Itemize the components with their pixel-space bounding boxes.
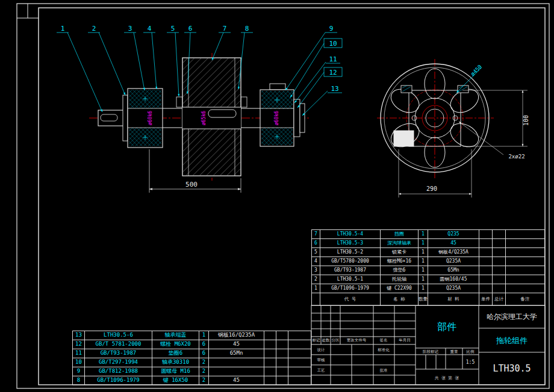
- part-qty: 1: [419, 257, 428, 266]
- part-code: GB/T1096-1979: [320, 284, 381, 293]
- parts-row: 2 LTH30.5-1 托轮轴 1 圆钢160/45: [312, 275, 544, 284]
- part-unit-weight: [479, 284, 493, 293]
- parts-list-header: 代 号 名 称 数量 材 料 单件 总计 备注: [312, 293, 544, 306]
- callout-6: 6: [188, 25, 193, 33]
- scale-value: 1:5: [466, 359, 475, 365]
- part-qty: 6: [199, 340, 209, 349]
- label-design: 设计: [317, 347, 326, 352]
- cad-drawing-canvas: ø60k6 ø65k6 ø60k6 500 1 2 3: [0, 0, 554, 392]
- part-code: LTH30.5-3: [320, 239, 381, 247]
- callout-8: 8: [245, 25, 249, 33]
- spacer-right: [241, 97, 247, 107]
- part-seq: 4: [312, 257, 320, 266]
- part-total-weight: [493, 257, 506, 266]
- drawing-number: LTH30.5: [493, 363, 531, 374]
- part-total-weight: [276, 340, 288, 349]
- part-note: [506, 230, 544, 238]
- wheel-section: [182, 58, 241, 176]
- part-name: 深沟球轴承: [381, 239, 419, 247]
- part-seq: 11: [73, 349, 85, 358]
- part-total-weight: [276, 367, 288, 376]
- parts-list-lower: 13 LTH30.5-6 轴承端盖 1 钢板16/Q235A 12 GB/T 5…: [72, 331, 311, 385]
- part-note: [506, 284, 544, 293]
- part-material: 65Mn: [428, 266, 479, 275]
- part-code: GB/T297-1994: [85, 358, 152, 367]
- part-code: GB/T812-1988: [85, 367, 152, 376]
- callout-3: 3: [128, 25, 132, 33]
- part-unit-weight: [479, 257, 493, 266]
- part-name: 锁紧卡: [381, 248, 419, 257]
- part-note: [288, 367, 311, 376]
- header-unit-weight: 单件: [479, 293, 493, 305]
- part-code: LTH30.5-1: [320, 275, 381, 284]
- part-qty: 1: [419, 284, 428, 293]
- part-unit-weight: [264, 340, 276, 349]
- part-code: LTH30.5-2: [320, 248, 381, 257]
- callout-12: 12: [329, 69, 337, 76]
- part-qty: 2: [199, 367, 209, 376]
- part-name: 轴承30310: [152, 358, 199, 367]
- part-qty: 1: [419, 266, 428, 275]
- header-material: 材 料: [428, 293, 479, 305]
- label-process: 工艺: [317, 368, 326, 373]
- part-seq: 6: [312, 239, 320, 247]
- header-qty: 数量: [419, 293, 428, 305]
- parts-row: 12 GB/T 5781-2000 螺栓 M6X20 6 45: [73, 340, 311, 349]
- part-code: LTH30.5-4: [320, 230, 381, 238]
- part-material: 45: [428, 239, 479, 247]
- part-material: Q235: [428, 230, 479, 238]
- end-washer: [294, 99, 300, 137]
- part-seq: 13: [73, 331, 85, 340]
- dim-outer-dia-label: ø450: [470, 64, 483, 77]
- part-note: [288, 349, 311, 358]
- part-code: LTH30.5-6: [85, 331, 152, 340]
- parts-row: 11 GB/T93-1987 垫圈6 6 65Mn: [73, 349, 311, 358]
- part-note: [288, 358, 311, 367]
- part-note: [288, 331, 311, 340]
- label-scale: 比例: [467, 349, 475, 354]
- part-seq: 3: [312, 266, 320, 275]
- part-note: [506, 266, 544, 275]
- dim-holes-label: 2xø22: [508, 154, 524, 160]
- part-qty: 2: [199, 358, 209, 367]
- callout-11: 11: [329, 55, 337, 63]
- part-total-weight: [493, 266, 506, 275]
- left-bearing: [123, 89, 163, 148]
- label-sign: 签名: [380, 338, 388, 343]
- part-note: [506, 257, 544, 266]
- header-name: 名 称: [381, 293, 419, 305]
- parts-row: 7 LTH30.5-4 挡圈 1 Q235: [312, 230, 544, 239]
- part-qty: 1: [419, 275, 428, 284]
- label-count: 处数: [322, 338, 331, 343]
- part-code: GB/T93-1987: [85, 349, 152, 358]
- part-unit-weight: [479, 275, 493, 284]
- part-seq: 10: [73, 358, 85, 367]
- dia-label-mid: ø65k6: [201, 111, 207, 125]
- header-total-weight: 总计: [493, 293, 506, 305]
- title-block: 标记 处数 分区 更改文件号 签名 年月日 设计 审核 工艺 标准化 批准 阶段…: [311, 305, 545, 385]
- part-seq: 1: [312, 284, 320, 293]
- part-name: 托轮轴: [381, 275, 419, 284]
- dim-500-label: 500: [185, 181, 198, 188]
- part-total-weight: [493, 230, 506, 238]
- doc-type: 部件: [437, 321, 456, 332]
- callout-1: 1: [61, 25, 65, 33]
- label-date: 年月日: [399, 338, 411, 343]
- shaft-assembly-view: ø60k6 ø65k6 ø60k6 500: [89, 53, 310, 193]
- part-seq: 2: [312, 275, 320, 284]
- part-material: [209, 358, 264, 367]
- header-note: 备注: [506, 293, 544, 305]
- parts-row: 4 GB/T5780-2000 螺栓M6×16 1 Q235A: [312, 257, 544, 266]
- part-seq: 8: [73, 376, 85, 385]
- part-unit-weight: [479, 230, 493, 238]
- callout-5: 5: [171, 25, 175, 33]
- part-name: 圆螺母 M16: [152, 367, 199, 376]
- label-mark: 标记: [312, 338, 321, 343]
- part-material: Q235A: [428, 257, 479, 266]
- part-material: Q235A: [428, 284, 479, 293]
- part-name: 螺栓M6×16: [381, 257, 419, 266]
- end-nut: [300, 104, 305, 132]
- dim-290-label: 290: [426, 185, 437, 192]
- part-total-weight: [276, 376, 288, 385]
- part-total-weight: [493, 239, 506, 247]
